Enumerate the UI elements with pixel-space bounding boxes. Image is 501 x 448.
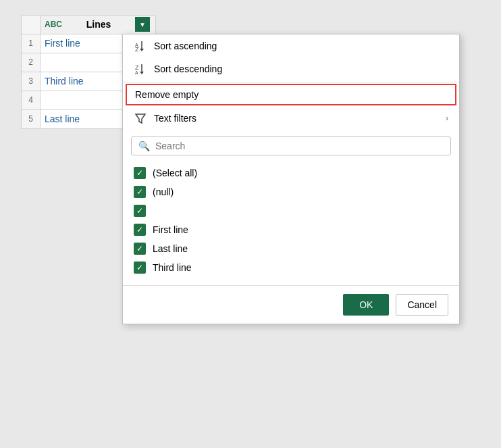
search-section: 🔍 <box>123 130 459 159</box>
sort-ascending-label: Sort ascending <box>154 41 448 51</box>
menu-divider-1 <box>123 82 459 82</box>
dropdown-menu: A Z Sort ascending Z A Sort descending <box>122 34 460 324</box>
ok-button[interactable]: OK <box>343 294 389 316</box>
checkbox-label: Third line <box>153 262 192 273</box>
text-filters-item[interactable]: Text filters › <box>123 107 459 130</box>
text-filters-label: Text filters <box>154 113 439 124</box>
checkbox: ✓ <box>134 262 146 274</box>
svg-marker-3 <box>140 49 144 51</box>
search-input[interactable] <box>155 141 444 151</box>
checkbox-check-icon: ✓ <box>136 225 143 234</box>
remove-empty-label: Remove empty <box>135 89 447 100</box>
sort-desc-icon: Z A <box>134 63 147 75</box>
checkbox-item[interactable]: ✓Third line <box>131 258 451 277</box>
row-number: 5 <box>22 109 41 128</box>
row-number: 3 <box>22 72 41 91</box>
search-box: 🔍 <box>131 136 451 155</box>
sort-descending-item[interactable]: Z A Sort descending <box>123 57 459 80</box>
row-number: 2 <box>22 53 41 72</box>
checkbox-label: (Select all) <box>153 168 197 178</box>
checkbox-check-icon: ✓ <box>136 168 143 178</box>
sort-descending-label: Sort descending <box>154 64 448 74</box>
svg-text:Z: Z <box>135 46 139 52</box>
row-number: 4 <box>22 91 41 109</box>
row-num-header <box>22 15 41 34</box>
search-icon: 🔍 <box>138 141 150 151</box>
checkbox-item[interactable]: ✓(Select all) <box>131 164 451 182</box>
dropdown-footer: OK Cancel <box>123 285 459 324</box>
cancel-button[interactable]: Cancel <box>396 294 448 316</box>
checkbox: ✓ <box>134 205 146 217</box>
checkbox: ✓ <box>134 243 146 255</box>
checkbox-label: First line <box>153 224 188 235</box>
checkbox-check-icon: ✓ <box>136 206 143 216</box>
text-filters-arrow-icon: › <box>446 114 448 123</box>
checkbox-item[interactable]: ✓First line <box>131 220 451 239</box>
checkbox: ✓ <box>134 224 146 236</box>
filter-icon <box>134 112 147 124</box>
sort-asc-icon: A Z <box>134 40 147 52</box>
svg-marker-7 <box>140 72 144 74</box>
abc-icon: ABC <box>45 20 62 29</box>
column-dropdown-button[interactable]: ▼ <box>135 17 150 32</box>
checkbox: ✓ <box>134 167 146 179</box>
checkbox-label: Last line <box>153 243 188 254</box>
svg-text:A: A <box>135 70 138 75</box>
column-header: ABC Lines ▼ <box>41 15 156 34</box>
sort-ascending-item[interactable]: A Z Sort ascending <box>123 34 459 57</box>
checkbox-item[interactable]: ✓ <box>131 201 451 220</box>
column-title: Lines <box>66 19 131 30</box>
checkbox-item[interactable]: ✓Last line <box>131 239 451 258</box>
checkbox-check-icon: ✓ <box>136 244 143 253</box>
svg-marker-8 <box>136 114 145 123</box>
remove-empty-item[interactable]: Remove empty <box>126 84 456 105</box>
row-number: 1 <box>22 34 41 53</box>
checkbox: ✓ <box>134 186 146 198</box>
checkbox-check-icon: ✓ <box>136 187 143 197</box>
checkbox-list: ✓(Select all)✓(null)✓✓First line✓Last li… <box>123 159 459 281</box>
checkbox-label: (null) <box>153 186 174 197</box>
checkbox-item[interactable]: ✓(null) <box>131 182 451 201</box>
checkbox-check-icon: ✓ <box>136 263 143 272</box>
